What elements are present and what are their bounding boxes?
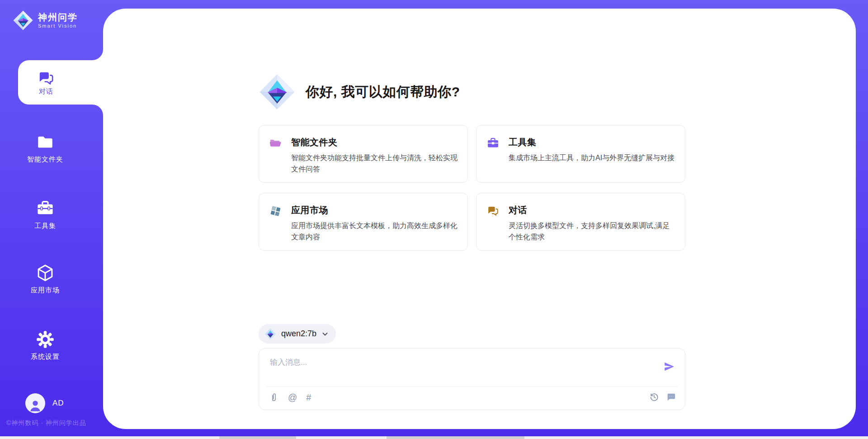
- chat-bubbles-icon: [486, 205, 500, 218]
- main-panel: 你好, 我可以如何帮助你? 智能文件夹 智能文件夹功能支持批量文件上传与清洗，轻…: [103, 9, 856, 429]
- sidebar-item-label: 工具集: [34, 222, 56, 230]
- folder-icon: [36, 133, 55, 152]
- brand-logo: 神州问学 Smart Vision: [13, 10, 78, 31]
- horizontal-scrollbar[interactable]: [0, 436, 868, 439]
- sidebar-item-settings[interactable]: 系统设置: [0, 330, 90, 361]
- hash-icon[interactable]: #: [306, 393, 311, 402]
- sidebar-item-label: 智能文件夹: [27, 155, 63, 164]
- mention-icon[interactable]: @: [288, 393, 297, 402]
- cube-icon: [36, 263, 55, 282]
- message-composer: @ #: [259, 348, 685, 410]
- send-icon: [663, 361, 675, 372]
- feature-cards: 智能文件夹 智能文件夹功能支持批量文件上传与清洗，轻松实现文件问答 工具集 集成…: [259, 125, 685, 251]
- brand-subtitle: Smart Vision: [38, 23, 78, 29]
- gem-logo-icon: [264, 328, 276, 340]
- sidebar-item-smart-folder[interactable]: 智能文件夹: [0, 133, 90, 164]
- greeting-title: 你好, 我可以如何帮助你?: [306, 83, 460, 101]
- model-selector[interactable]: qwen2:7b: [259, 324, 336, 344]
- feedback-chat-icon[interactable]: [666, 392, 676, 402]
- chat-bubbles-icon: [37, 69, 55, 87]
- sidebar-footer: ©神州数码 · 神州问学出品: [6, 419, 86, 427]
- composer-divider: [266, 387, 678, 387]
- card-app-market[interactable]: 应用市场 应用市场提供丰富长文本模板，助力高效生成多样化文章内容: [259, 193, 468, 251]
- card-description: 集成市场上主流工具，助力AI与外界无缝扩展与对接: [509, 153, 677, 164]
- app-root: { "app": { "brand_name": "神州问学", "brand_…: [0, 0, 868, 439]
- sidebar-item-label: 对话: [39, 87, 53, 96]
- sidebar-item-label: 系统设置: [31, 353, 60, 361]
- person-icon: [28, 398, 43, 413]
- scrollbar-thumb[interactable]: [219, 436, 296, 439]
- sidebar-item-label: 应用市场: [31, 286, 60, 295]
- sidebar-item-toolset[interactable]: 工具集: [0, 199, 90, 230]
- chevron-down-icon: [321, 330, 329, 338]
- gem-logo-icon: [13, 10, 33, 31]
- card-description: 智能文件夹功能支持批量文件上传与清洗，轻松实现文件问答: [291, 153, 459, 175]
- briefcase-icon: [486, 137, 500, 150]
- composer-tools-right: [649, 392, 676, 402]
- avatar: [25, 393, 45, 413]
- gem-logo-icon: [259, 73, 296, 110]
- send-button[interactable]: [663, 361, 677, 374]
- card-toolset[interactable]: 工具集 集成市场上主流工具，助力AI与外界无缝扩展与对接: [476, 125, 685, 183]
- gear-icon: [36, 330, 55, 349]
- history-icon[interactable]: [649, 392, 659, 402]
- toolbox-icon: [36, 199, 55, 218]
- folder-open-icon: [269, 137, 282, 150]
- card-title: 工具集: [509, 136, 677, 148]
- card-title: 对话: [509, 204, 677, 216]
- card-title: 应用市场: [291, 204, 459, 216]
- card-description: 灵活切换多模型文件，支持多样回复效果调试,满足个性化需求: [509, 220, 677, 243]
- card-description: 应用市场提供丰富长文本模板，助力高效生成多样化文章内容: [291, 220, 459, 243]
- scrollbar-thumb[interactable]: [387, 436, 524, 439]
- model-name: qwen2:7b: [281, 329, 316, 339]
- greeting: 你好, 我可以如何帮助你?: [259, 73, 460, 110]
- user-profile[interactable]: AD: [25, 393, 64, 413]
- sidebar: 神州问学 Smart Vision 对话 智能文件夹 工具集: [0, 0, 103, 439]
- card-smart-folder[interactable]: 智能文件夹 智能文件夹功能支持批量文件上传与清洗，轻松实现文件问答: [259, 125, 468, 183]
- composer-tools-left: @ #: [269, 392, 311, 402]
- card-chat[interactable]: 对话 灵活切换多模型文件，支持多样回复效果调试,满足个性化需求: [476, 193, 685, 251]
- user-initials: AD: [52, 399, 64, 408]
- grid-cube-icon: [269, 205, 282, 218]
- content-column: 你好, 我可以如何帮助你? 智能文件夹 智能文件夹功能支持批量文件上传与清洗，轻…: [259, 9, 685, 429]
- card-title: 智能文件夹: [291, 136, 459, 148]
- message-input[interactable]: [270, 356, 641, 369]
- paperclip-icon[interactable]: [269, 392, 279, 402]
- sidebar-item-chat[interactable]: 对话: [18, 60, 74, 105]
- brand-name: 神州问学: [38, 12, 78, 22]
- sidebar-item-app-market[interactable]: 应用市场: [0, 263, 90, 295]
